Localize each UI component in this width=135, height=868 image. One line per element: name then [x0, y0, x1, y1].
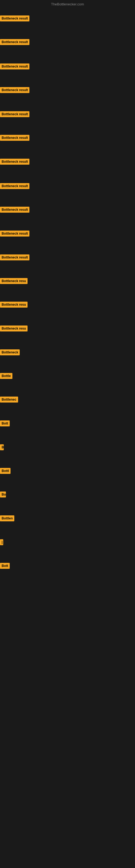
- bottleneck-badge[interactable]: Bottleneck result: [0, 183, 30, 189]
- bottleneck-badge[interactable]: Bottleneck: [0, 349, 20, 355]
- bottleneck-badge[interactable]: Bottl: [0, 468, 10, 474]
- bottleneck-badge[interactable]: Bottleneck resu: [0, 326, 28, 332]
- bottleneck-badge[interactable]: B: [0, 444, 4, 450]
- bottleneck-badge[interactable]: Bottleneck result: [0, 16, 30, 22]
- bottleneck-badge[interactable]: Bottlenec: [0, 397, 18, 403]
- site-title: TheBottlenecker.com: [51, 2, 84, 6]
- bottleneck-badge[interactable]: Bottleneck result: [0, 87, 30, 93]
- bottleneck-badge[interactable]: Bottleneck result: [0, 230, 30, 237]
- bottleneck-badge[interactable]: Bottleneck result: [0, 254, 30, 260]
- bottleneck-badge[interactable]: Bottleneck result: [0, 63, 30, 69]
- bottleneck-badge[interactable]: Bott: [0, 563, 10, 569]
- bottleneck-badge[interactable]: Bott: [0, 421, 10, 426]
- bottleneck-badge[interactable]: Bottleneck result: [0, 207, 30, 213]
- bottleneck-badge[interactable]: Bottleneck result: [0, 135, 30, 141]
- bottleneck-badge[interactable]: Bottleneck result: [0, 39, 30, 45]
- bottleneck-badge[interactable]: Bottleneck result: [0, 111, 30, 117]
- bottleneck-badge[interactable]: Bottlen: [0, 516, 14, 521]
- bottleneck-badge[interactable]: |: [0, 539, 3, 545]
- bottleneck-badge[interactable]: Bottle: [0, 373, 12, 379]
- bottleneck-badge[interactable]: Bottleneck result: [0, 159, 30, 165]
- bottleneck-badge[interactable]: Bottleneck resu: [0, 278, 28, 284]
- bottleneck-badge[interactable]: Bo: [0, 492, 6, 497]
- bottleneck-badge[interactable]: Bottleneck resu: [0, 302, 28, 308]
